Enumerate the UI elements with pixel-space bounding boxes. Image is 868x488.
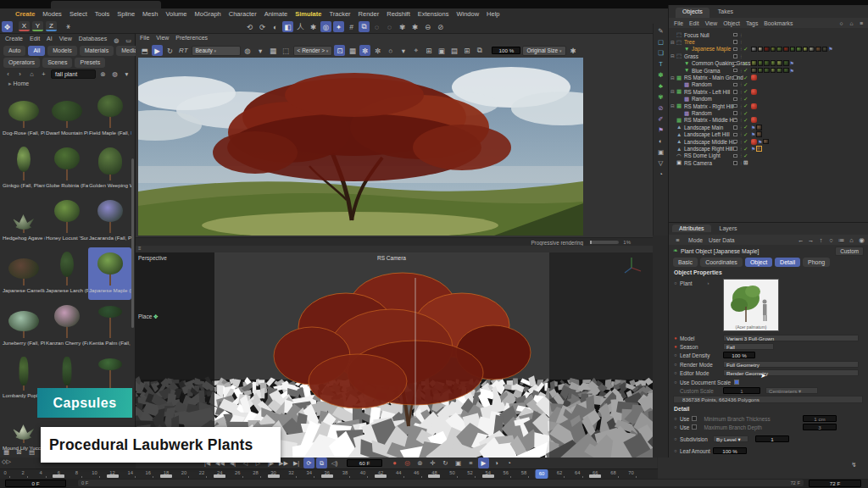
om-menu-file[interactable]: File xyxy=(674,20,683,26)
viewport-camera-label[interactable]: RS Camera xyxy=(377,255,406,261)
fcurve-icon[interactable]: ↯ xyxy=(849,460,859,469)
caret-icon[interactable]: ▾ xyxy=(398,45,409,56)
list-view-icon[interactable]: ▤ xyxy=(27,447,36,457)
dial-icon[interactable]: ◔ xyxy=(656,169,665,179)
subdivision-mode-dropdown[interactable]: By Level ▾ xyxy=(713,435,748,443)
visibility-dots[interactable]: ⋮ xyxy=(739,111,743,115)
material-tag[interactable] xyxy=(776,60,782,66)
record-icon[interactable]: ● xyxy=(389,458,400,469)
attr-tab-attributes[interactable]: Attributes xyxy=(672,225,711,232)
loop-icon[interactable]: ⟳ xyxy=(303,458,314,469)
object-row[interactable]: ▦RS Matrix - Middle Hill⋮✓ xyxy=(669,117,868,124)
material-tag[interactable] xyxy=(763,139,769,145)
list-icon[interactable]: ≡ xyxy=(857,19,866,28)
timeline-ruler[interactable]: 0246810121416182022242628303234363840424… xyxy=(0,469,658,479)
model-dropdown[interactable]: Variant 3 Full-Grown xyxy=(723,335,859,342)
quantize-icon[interactable]: ⧉ xyxy=(359,21,370,32)
menu-create[interactable]: Create xyxy=(15,10,35,18)
add-icon[interactable]: + xyxy=(39,69,48,79)
layer-toggle[interactable] xyxy=(733,119,737,123)
menu-icon[interactable]: ≡ xyxy=(673,236,682,245)
custom-scale-unit-dropdown[interactable]: Centimeters ▾ xyxy=(765,387,818,395)
render-menu-preferences[interactable]: Preferences xyxy=(175,35,208,43)
record-position-icon[interactable]: ✛ xyxy=(427,458,438,469)
visibility-dots[interactable]: ⋮ xyxy=(739,147,743,151)
material-tag[interactable] xyxy=(809,47,815,53)
menu-modes[interactable]: Modes xyxy=(42,10,62,18)
object-label[interactable]: Random xyxy=(692,96,712,102)
doc-scale-checkbox[interactable] xyxy=(734,380,739,385)
home-icon[interactable]: ⌂ xyxy=(27,69,36,79)
layer-toggle[interactable] xyxy=(733,54,737,58)
object-label[interactable]: Landscape Right Hill xyxy=(684,146,733,152)
enabled-check-icon[interactable]: ✓ xyxy=(743,152,748,159)
enabled-check-icon[interactable]: ✓ xyxy=(743,146,748,152)
visibility-dots[interactable]: ⋮ xyxy=(739,118,743,122)
visibility-dots[interactable]: ⋮ xyxy=(739,75,743,80)
material-tag[interactable] xyxy=(758,47,764,53)
workplane-settings-icon[interactable]: ✱ xyxy=(409,21,420,32)
add-icon[interactable]: ⊞ xyxy=(461,45,472,56)
object-label[interactable]: Random xyxy=(692,81,712,87)
grid-view-icon[interactable]: ▦ xyxy=(2,447,11,457)
browser-menu-view[interactable]: View xyxy=(59,36,72,44)
object-label[interactable]: RS Camera xyxy=(684,160,712,166)
redshift-tag-icon[interactable] xyxy=(751,117,757,123)
search-icon[interactable]: ○ xyxy=(826,236,836,245)
om-menu-bookmarks[interactable]: Bookmarks xyxy=(764,20,793,26)
channels-icon[interactable]: ▦ xyxy=(347,45,358,56)
visibility-dots[interactable]: ⋮ xyxy=(739,40,743,44)
enabled-check-icon[interactable]: ✓ xyxy=(743,88,748,95)
object-row[interactable]: ⊟▦RS Matrix - Right Hill⋮✓ xyxy=(669,103,868,109)
save-icon[interactable]: ⬒ xyxy=(139,45,150,56)
plant-item[interactable]: Kanzan Cherry (Fall, Pl... xyxy=(45,300,88,352)
ab-icon[interactable]: ▣ xyxy=(436,45,447,56)
visibility-dots[interactable]: ⋮ xyxy=(739,140,743,144)
object-row[interactable]: ◠RS Dome Light⋮✓ xyxy=(669,152,868,159)
keyframe-marker-icon[interactable]: ◇▷ xyxy=(2,458,11,465)
pen-mod-icon[interactable]: ✐ xyxy=(656,114,665,124)
menu-spline[interactable]: Spline xyxy=(117,10,135,18)
object-label[interactable]: RS Dome Light xyxy=(684,152,721,158)
plant-item[interactable]: Honey Locust 'Sunbur... xyxy=(45,195,88,247)
material-tag[interactable] xyxy=(751,47,757,53)
render-mode-dropdown[interactable]: Full Geometry xyxy=(723,361,859,369)
material-tag[interactable] xyxy=(756,131,762,137)
plant-item[interactable]: Japanese Larch (Fall, Pl... xyxy=(45,247,88,300)
phong-tag-icon[interactable]: ⚑ xyxy=(758,139,762,145)
visibility-dots[interactable]: ⋮ xyxy=(739,132,743,136)
max-branch-field[interactable]: 3 xyxy=(803,424,837,431)
layer-toggle[interactable] xyxy=(733,97,737,102)
focus-icon[interactable]: ⌖ xyxy=(410,45,421,56)
refresh-icon[interactable]: ↻ xyxy=(164,45,175,56)
record-scale-icon[interactable]: ▣ xyxy=(453,458,464,469)
object-row[interactable]: ▲Landscape Right Hill⋮✓⚑ xyxy=(669,145,868,152)
section-tab-object[interactable]: Object xyxy=(745,258,772,267)
plant-item[interactable]: Field Maple (Fall, Plant) xyxy=(88,90,131,142)
layer-toggle[interactable] xyxy=(733,154,737,158)
phong-tag-icon[interactable]: ⚑ xyxy=(790,68,794,74)
pla-icon[interactable]: ◑ xyxy=(491,458,502,469)
object-label[interactable]: Grass xyxy=(684,53,698,59)
expand-icon[interactable]: ⊟ xyxy=(670,103,675,108)
move-tool-icon[interactable]: ✥ xyxy=(2,21,13,32)
autokey-icon[interactable]: ◎ xyxy=(402,458,413,469)
home-icon[interactable]: ⌂ xyxy=(847,19,856,28)
clear-search-icon[interactable]: ⊗ xyxy=(98,69,108,79)
axis-y-button[interactable]: Y xyxy=(32,21,43,31)
material-tag[interactable] xyxy=(758,68,764,74)
object-row[interactable]: ▼Japanese Maple⋮✓⚑ xyxy=(669,46,868,53)
back-icon[interactable]: ← xyxy=(796,236,805,245)
enabled-check-icon[interactable]: ✓ xyxy=(743,75,748,81)
material-tag[interactable] xyxy=(776,68,782,74)
shading-icon[interactable]: ◐ xyxy=(270,21,281,32)
expand-icon[interactable]: ⊟ xyxy=(670,75,675,80)
menu-animate[interactable]: Animate xyxy=(264,10,288,18)
key-dot[interactable]: ○ xyxy=(673,280,678,286)
browser-subtab-operators[interactable]: Operators xyxy=(3,58,40,68)
axis-lock-icon[interactable]: ◌ xyxy=(384,21,395,32)
custom-button[interactable]: Custom xyxy=(835,247,864,256)
range-end-input[interactable]: 72 F xyxy=(809,480,861,487)
section-tab-coordinates[interactable]: Coordinates xyxy=(700,258,743,267)
key-block[interactable] xyxy=(107,474,119,478)
